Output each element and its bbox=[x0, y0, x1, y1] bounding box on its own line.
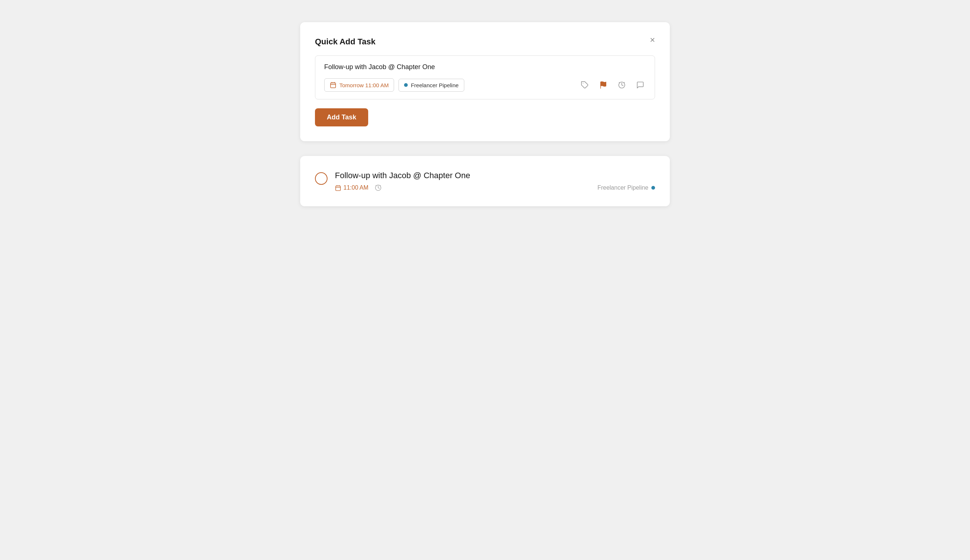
svg-line-7 bbox=[619, 82, 620, 83]
task-meta-pipeline: Freelancer Pipeline bbox=[597, 185, 655, 191]
task-icons-row bbox=[579, 80, 646, 90]
task-item-content: Follow-up with Jacob @ Chapter One 1 bbox=[335, 171, 655, 192]
task-item-title: Follow-up with Jacob @ Chapter One bbox=[335, 171, 655, 180]
calendar-icon bbox=[330, 82, 337, 88]
task-input-area: Tomorrow 11:00 AM Freelancer Pipeline bbox=[315, 55, 655, 100]
svg-line-8 bbox=[624, 82, 624, 83]
quick-add-task-card: Quick Add Task × Tomorrow 11:00 AM bbox=[300, 22, 670, 141]
pipeline-dot bbox=[404, 83, 408, 87]
task-alarm-icon bbox=[375, 184, 382, 192]
task-checkbox[interactable] bbox=[315, 172, 328, 185]
svg-rect-9 bbox=[336, 185, 340, 190]
tag-icon-button[interactable] bbox=[579, 80, 590, 90]
flag-icon bbox=[599, 81, 607, 89]
comment-icon-button[interactable] bbox=[635, 80, 646, 90]
alarm-icon bbox=[618, 81, 626, 89]
tag-icon bbox=[581, 81, 589, 89]
pipeline-badge-button[interactable]: Freelancer Pipeline bbox=[398, 79, 464, 92]
quick-add-title: Quick Add Task bbox=[315, 37, 655, 47]
pipeline-name-label: Freelancer Pipeline bbox=[597, 185, 648, 191]
task-text-input[interactable] bbox=[324, 63, 646, 71]
task-item-meta: 11:00 AM Freelancer Pipeline bbox=[335, 184, 655, 192]
comment-icon bbox=[636, 81, 644, 89]
task-controls-row: Tomorrow 11:00 AM Freelancer Pipeline bbox=[324, 78, 646, 92]
svg-line-15 bbox=[380, 185, 380, 186]
date-badge-label: Tomorrow 11:00 AM bbox=[339, 82, 388, 88]
date-badge-button[interactable]: Tomorrow 11:00 AM bbox=[324, 78, 394, 92]
svg-rect-0 bbox=[330, 83, 336, 88]
add-task-button[interactable]: Add Task bbox=[315, 108, 368, 127]
calendar-small-icon bbox=[335, 185, 341, 191]
task-meta-time: 11:00 AM bbox=[335, 185, 368, 191]
pipeline-dot-item bbox=[652, 186, 655, 190]
task-item-row: Follow-up with Jacob @ Chapter One 1 bbox=[315, 171, 655, 192]
task-item-card: Follow-up with Jacob @ Chapter One 1 bbox=[300, 156, 670, 206]
close-button[interactable]: × bbox=[648, 34, 657, 46]
pipeline-badge-label: Freelancer Pipeline bbox=[411, 82, 458, 88]
flag-icon-button[interactable] bbox=[598, 80, 609, 90]
alarm-icon-button[interactable] bbox=[616, 80, 627, 90]
task-time-label: 11:00 AM bbox=[343, 185, 368, 191]
task-item-meta-left: 11:00 AM bbox=[335, 184, 382, 192]
